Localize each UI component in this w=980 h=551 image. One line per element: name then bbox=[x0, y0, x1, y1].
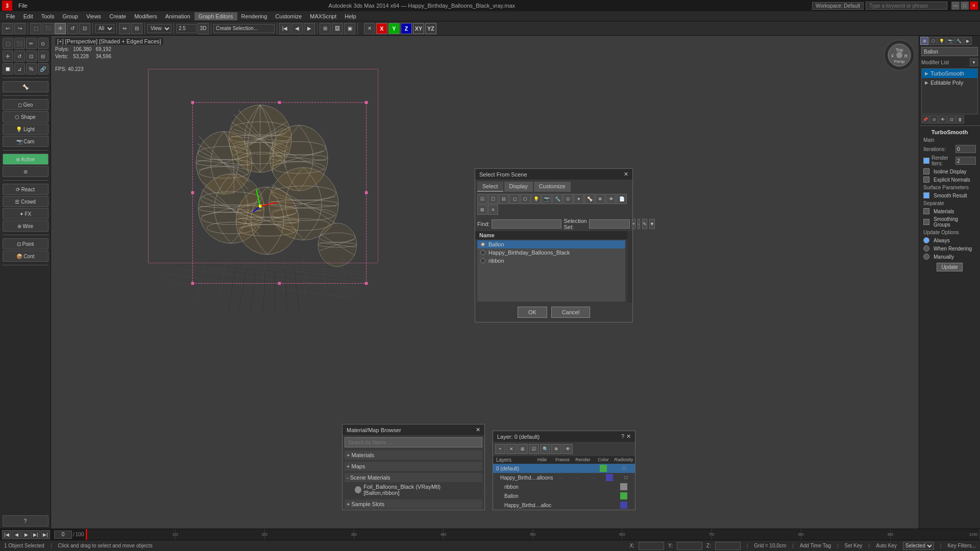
sdt-shape[interactable]: ⬡ bbox=[520, 194, 530, 204]
search-input[interactable] bbox=[866, 2, 947, 10]
sel-set-minus[interactable]: - bbox=[638, 219, 640, 229]
sel-set-edit[interactable]: ✎ bbox=[642, 219, 647, 229]
minimize-button[interactable]: — bbox=[951, 2, 960, 10]
tab-customize[interactable]: Customize bbox=[534, 182, 571, 192]
maximize-button[interactable]: □ bbox=[961, 2, 969, 10]
snap-value[interactable] bbox=[176, 24, 197, 33]
layer-freeze-all[interactable]: ❄ bbox=[551, 444, 561, 454]
tool-create-cam[interactable]: 📷 Cam bbox=[3, 136, 48, 147]
mod-show-icon[interactable]: 👁 bbox=[939, 115, 947, 123]
mirror-tool[interactable]: ⇔ bbox=[119, 23, 130, 34]
timeline-scrubber[interactable]: 10 20 30 40 50 60 70 80 90 100 bbox=[86, 529, 980, 540]
axis-z-button[interactable]: Z bbox=[401, 23, 412, 34]
tool-rubber[interactable]: ⊘ bbox=[3, 166, 48, 177]
mod-make-unique-icon[interactable]: ⊡ bbox=[947, 115, 955, 123]
list-item-birthday-balloons[interactable]: Happy_Birthday_Balloons_Black bbox=[477, 248, 625, 257]
axis-x-button[interactable]: X bbox=[376, 23, 387, 34]
layer-new-btn[interactable]: + bbox=[495, 444, 505, 454]
mat-search-input[interactable] bbox=[345, 437, 482, 447]
modifier-list-dropdown[interactable]: ▼ bbox=[970, 58, 978, 66]
rp-cam-icon[interactable]: 📷 bbox=[946, 37, 954, 45]
title-menu-file[interactable]: File bbox=[14, 2, 32, 10]
tl-prev-btn[interactable]: ◀ bbox=[12, 530, 21, 539]
x-coord-input[interactable] bbox=[639, 542, 664, 550]
select-tool[interactable]: ⬚ bbox=[30, 23, 41, 34]
layer-4-color[interactable] bbox=[614, 502, 634, 509]
layer-0-color[interactable] bbox=[593, 465, 614, 472]
menu-help[interactable]: Help bbox=[340, 12, 360, 20]
tab-display[interactable]: Display bbox=[504, 182, 533, 192]
mat-materials-header[interactable]: + Materials bbox=[345, 450, 482, 460]
layer-delete-btn[interactable]: ✕ bbox=[506, 444, 517, 454]
anim-play[interactable]: ▶ bbox=[304, 23, 315, 34]
layer-item-1[interactable]: Happy_Birthd....alloons — — — ☐ bbox=[493, 473, 635, 482]
tool-rotate[interactable]: ↺ bbox=[14, 51, 25, 62]
tool-active[interactable]: ⊛ Active bbox=[3, 154, 48, 165]
mat-browser-close[interactable]: ✕ bbox=[476, 427, 480, 433]
tl-end-btn[interactable]: ▶| bbox=[41, 530, 50, 539]
sdt-list[interactable]: ≡ bbox=[488, 205, 498, 215]
modifier-editable-poly[interactable]: ▶ Editable Poly bbox=[922, 78, 977, 87]
select-dialog-close[interactable]: ✕ bbox=[624, 171, 628, 178]
rp-display-icon[interactable]: ⊞ bbox=[920, 37, 928, 45]
tool-container[interactable]: 📦 Cont bbox=[3, 251, 48, 262]
menu-graph-editors[interactable]: Graph Editors bbox=[194, 12, 237, 20]
menu-views[interactable]: Views bbox=[82, 12, 105, 20]
mod-pin-icon[interactable]: 📌 bbox=[921, 115, 929, 123]
layer-close-btn[interactable]: ✕ bbox=[626, 433, 631, 440]
render-frame[interactable]: 🖼 bbox=[332, 23, 343, 34]
sel-set-dropdown[interactable]: ▼ bbox=[649, 219, 655, 229]
nav-gizmo[interactable]: Top R F Persp bbox=[884, 40, 915, 70]
undo-button[interactable]: ↩ bbox=[2, 23, 13, 34]
select-region[interactable]: ⬛ bbox=[42, 23, 54, 34]
menu-modifiers[interactable]: Modifiers bbox=[130, 12, 161, 20]
rp-light-icon[interactable]: 💡 bbox=[938, 37, 946, 45]
snap-3d[interactable]: 3D bbox=[198, 23, 209, 34]
layer-1-color[interactable] bbox=[602, 474, 618, 481]
menu-rendering[interactable]: Rendering bbox=[237, 12, 272, 20]
tool-crowd[interactable]: ☰ Crowd bbox=[3, 196, 48, 207]
ts-render-iters-input[interactable] bbox=[955, 157, 976, 165]
mod-active-icon[interactable]: ⊙ bbox=[930, 115, 938, 123]
selection-filter[interactable]: All bbox=[95, 24, 114, 33]
list-item-ballon[interactable]: Ballon bbox=[477, 240, 625, 248]
tool-paint-sel[interactable]: ✏ bbox=[26, 38, 37, 49]
tool-bone[interactable]: 🦴 bbox=[3, 81, 48, 92]
rotate-tool[interactable]: ↺ bbox=[67, 23, 78, 34]
sel-set-add[interactable]: + bbox=[632, 219, 635, 229]
workspace-selector[interactable]: Workspace: Default bbox=[812, 2, 864, 10]
ts-smoothing-checkbox[interactable] bbox=[923, 219, 929, 225]
tool-point[interactable]: ⊡ Point bbox=[3, 238, 48, 249]
tool-link[interactable]: 🔗 bbox=[38, 63, 48, 74]
menu-file[interactable]: File bbox=[2, 12, 19, 20]
menu-edit[interactable]: Edit bbox=[19, 12, 37, 20]
tool-lasso[interactable]: ⊙ bbox=[38, 38, 48, 49]
tool-scale2[interactable]: ⊟ bbox=[38, 51, 48, 62]
menu-customize[interactable]: Customize bbox=[271, 12, 306, 20]
tool-scale[interactable]: ⊡ bbox=[26, 51, 37, 62]
tool-wire[interactable]: ⊛ Wire bbox=[3, 220, 48, 232]
tl-play-btn[interactable]: ▶ bbox=[21, 530, 31, 539]
menu-tools[interactable]: Tools bbox=[37, 12, 59, 20]
tool-angle[interactable]: ⊿ bbox=[14, 63, 25, 74]
ts-isoline-checkbox[interactable] bbox=[923, 168, 929, 174]
tool-reactor[interactable]: ⟳ React bbox=[3, 184, 48, 195]
tool-percent[interactable]: % bbox=[26, 63, 37, 74]
axis-y-button[interactable]: Y bbox=[388, 23, 400, 34]
sdt-warp[interactable]: ⊙ bbox=[563, 194, 573, 204]
create-selection-input[interactable] bbox=[213, 24, 275, 33]
mat-foil-balloons[interactable]: Foil_Balloons_Black (VRayMtl) [Ballon,ri… bbox=[345, 482, 482, 497]
axis-yz-button[interactable]: YZ bbox=[425, 23, 436, 34]
render-setup[interactable]: ⊞ bbox=[320, 23, 331, 34]
close-button[interactable]: ✕ bbox=[970, 2, 978, 10]
anim-prev[interactable]: ◀ bbox=[291, 23, 303, 34]
sdt-bone[interactable]: 🦴 bbox=[584, 194, 595, 204]
scale-tool[interactable]: ⊡ bbox=[79, 23, 90, 34]
layer-3-color[interactable] bbox=[614, 492, 634, 499]
tool-create-shape[interactable]: ⬡ Shape bbox=[3, 111, 48, 122]
menu-group[interactable]: Group bbox=[58, 12, 82, 20]
layer-item-0[interactable]: 0 (default) — — — ☐ bbox=[493, 464, 635, 473]
tool-create-geo[interactable]: ◻ Geo bbox=[3, 99, 48, 110]
tool-select[interactable]: ⬚ bbox=[3, 38, 13, 49]
layer-hide-all[interactable]: 👁 bbox=[562, 444, 573, 454]
